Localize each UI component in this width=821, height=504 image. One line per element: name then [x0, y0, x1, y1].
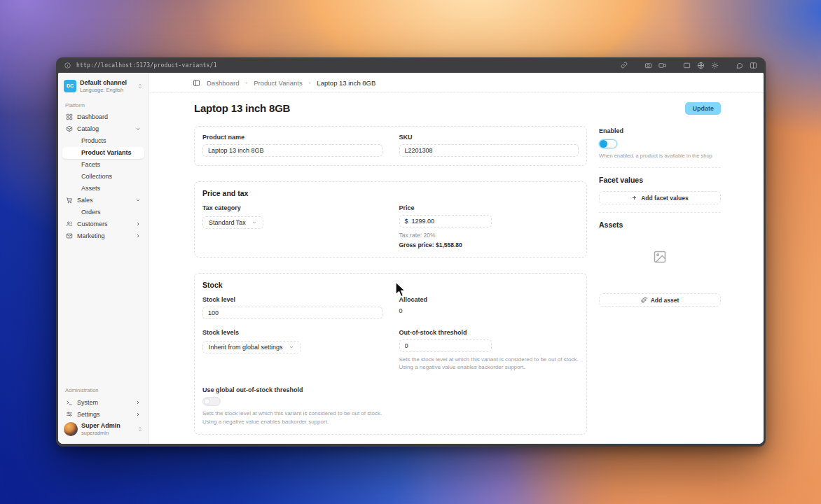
global-threshold-toggle[interactable]: [202, 397, 221, 406]
sidebar-item-assets[interactable]: Assets: [62, 183, 144, 195]
info-icon: [64, 62, 71, 69]
product-name-input[interactable]: [202, 144, 382, 157]
global-threshold-help-text: Sets the stock level at which this varia…: [202, 410, 382, 425]
right-rail: Enabled When enabled, a product is avail…: [599, 126, 721, 307]
chevron-down-icon: [135, 197, 141, 203]
stock-levels-value: Inherit from global settings: [209, 344, 283, 351]
sidebar-toggle-icon[interactable]: [193, 79, 200, 87]
breadcrumb-item[interactable]: Dashboard: [207, 79, 239, 87]
browser-window: http://localhost:5173/product-variants/1…: [56, 57, 766, 447]
sidebar-item-facets[interactable]: Facets: [62, 159, 144, 171]
chevron-down-icon: [289, 344, 294, 350]
user-menu[interactable]: Super Admin superadmin: [62, 420, 144, 438]
breadcrumb-item[interactable]: Product Variants: [254, 79, 303, 87]
gross-price-text: Gross price: $1,558.80: [399, 241, 579, 248]
stock-levels-select[interactable]: Inherit from global settings: [202, 341, 301, 354]
sidebar-section-platform: Platform: [65, 102, 142, 108]
sidebar-item-label: Collections: [81, 173, 112, 180]
sidebar-item-label: Catalog: [77, 125, 99, 132]
facet-values-title: Facet values: [599, 176, 721, 184]
sidebar-item-settings[interactable]: Settings: [62, 408, 144, 420]
globe-icon[interactable]: [697, 62, 705, 69]
out-of-stock-threshold-input[interactable]: [399, 340, 492, 352]
product-name-label: Product name: [202, 134, 382, 141]
stock-title: Stock: [202, 281, 579, 289]
sidebar-item-label: Sales: [77, 197, 93, 204]
breadcrumb: Dashboard › Product Variants › Laptop 13…: [149, 73, 764, 93]
sidebar: DC Default channel Language: English Pla…: [58, 73, 149, 444]
sidebar-item-label: Facets: [81, 161, 100, 168]
page-title: Laptop 13 inch 8GB: [194, 102, 290, 114]
mail-icon: [66, 232, 73, 239]
tax-category-label: Tax category: [202, 204, 382, 211]
camera-icon[interactable]: [658, 62, 666, 69]
sidebar-item-marketing[interactable]: Marketing: [62, 230, 144, 242]
chevron-down-icon: [251, 220, 257, 225]
allocated-value: 0: [399, 307, 579, 314]
window-icon[interactable]: [683, 62, 691, 69]
link-icon[interactable]: [621, 62, 628, 69]
chevrons-up-down-icon: [137, 426, 143, 432]
admin-app: DC Default channel Language: English Pla…: [58, 73, 764, 444]
add-asset-button[interactable]: Add asset: [599, 293, 721, 307]
users-icon: [66, 220, 73, 227]
sidebar-item-dashboard[interactable]: Dashboard: [62, 111, 144, 123]
price-input[interactable]: [412, 218, 486, 225]
chevron-down-icon: [135, 126, 141, 132]
page-content: Laptop 13 inch 8GB Update Product name: [149, 93, 764, 444]
price-label: Price: [399, 204, 579, 211]
assets-title: Assets: [599, 220, 721, 229]
sidebar-item-system[interactable]: System: [62, 396, 144, 408]
main-area: Dashboard › Product Variants › Laptop 13…: [149, 73, 764, 444]
sku-label: SKU: [399, 134, 579, 141]
sidebar-item-sales[interactable]: Sales: [62, 195, 144, 206]
sidebar-item-label: Marketing: [77, 232, 105, 239]
chevrons-up-down-icon: [137, 83, 143, 89]
browser-titlebar: http://localhost:5173/product-variants/1: [56, 57, 766, 73]
tax-rate-text: Tax rate: 20%: [399, 232, 579, 239]
screenshot-icon[interactable]: [644, 62, 652, 69]
sidebar-item-label: Customers: [77, 220, 108, 227]
sku-input[interactable]: [399, 144, 579, 157]
sidebar-item-products[interactable]: Products: [62, 135, 144, 147]
url-text[interactable]: http://localhost:5173/product-variants/1: [76, 62, 217, 69]
sidebar-item-product-variants[interactable]: Product Variants: [62, 147, 144, 159]
details-card: Product name SKU: [194, 126, 587, 166]
box-icon: [66, 125, 73, 132]
price-tax-card: Price and tax Tax category Standard Tax: [194, 181, 587, 258]
sidebar-item-catalog[interactable]: Catalog: [62, 123, 144, 135]
terminal-icon: [66, 399, 73, 406]
stock-level-input[interactable]: [202, 307, 382, 319]
facet-values-panel: Facet values Add facet values: [599, 176, 721, 204]
sidebar-section-administration: Administration: [65, 387, 142, 393]
tax-category-value: Standard Tax: [209, 219, 246, 226]
price-input-group: $: [399, 215, 492, 227]
chevron-right-icon: [135, 233, 141, 239]
chevron-right-icon: [135, 221, 141, 227]
sidebar-item-collections[interactable]: Collections: [62, 171, 144, 183]
split-view-icon[interactable]: [750, 62, 757, 69]
stock-level-label: Stock level: [202, 296, 382, 303]
tax-category-select[interactable]: Standard Tax: [202, 216, 263, 229]
sidebar-item-orders[interactable]: Orders: [62, 206, 144, 218]
stock-levels-label: Stock levels: [202, 329, 382, 336]
allocated-label: Allocated: [399, 296, 579, 303]
update-button[interactable]: Update: [685, 102, 721, 115]
breadcrumb-current: Laptop 13 inch 8GB: [317, 79, 375, 87]
sidebar-item-label: Dashboard: [77, 113, 108, 120]
paperclip-icon: [641, 297, 647, 303]
sidebar-item-label: Product Variants: [81, 149, 132, 156]
settings-gear-icon[interactable]: [711, 62, 719, 69]
user-username: superadmin: [81, 430, 134, 436]
enabled-toggle[interactable]: [599, 139, 617, 148]
price-tax-title: Price and tax: [202, 189, 579, 197]
chevron-right-icon: [135, 400, 141, 405]
channel-switcher[interactable]: DC Default channel Language: English: [62, 77, 144, 95]
user-name: Super Admin: [81, 422, 134, 430]
breadcrumb-separator: ›: [309, 80, 311, 86]
sidebar-item-customers[interactable]: Customers: [62, 218, 144, 230]
add-facet-values-button[interactable]: Add facet values: [599, 191, 721, 204]
plus-icon: [631, 195, 637, 201]
chat-icon[interactable]: [736, 62, 743, 69]
stock-card: Stock Stock level Allocated 0: [194, 273, 587, 435]
